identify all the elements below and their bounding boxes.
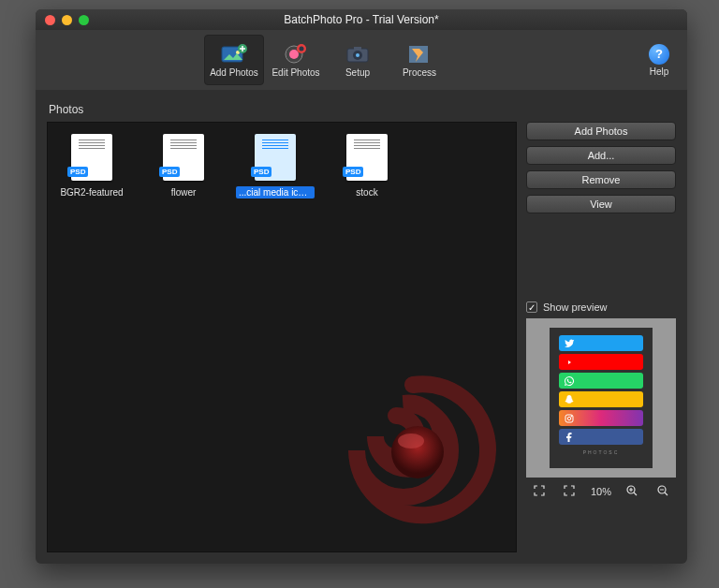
preview-pane: PHOTOSC: [526, 318, 676, 478]
main-toolbar: Add Photos Edit Photos Setup Process: [36, 30, 687, 90]
photos-panel-title: Photos: [47, 96, 517, 122]
titlebar: BatchPhoto Pro - Trial Version*: [36, 9, 687, 30]
app-window: BatchPhoto Pro - Trial Version* Add Phot…: [36, 9, 687, 564]
edit-photos-label: Edit Photos: [271, 67, 319, 78]
zoom-out-icon[interactable]: [653, 483, 672, 500]
edit-photos-tab[interactable]: Edit Photos: [266, 35, 326, 85]
add-button[interactable]: Add...: [526, 146, 676, 165]
whatsapp-stripe: [559, 373, 643, 389]
help-button[interactable]: ? Help: [640, 44, 678, 77]
traffic-lights: [36, 15, 89, 25]
add-photos-icon: [221, 43, 247, 66]
psd-thumbnail-icon: PSD: [163, 134, 204, 181]
process-tab[interactable]: Process: [389, 35, 449, 85]
zoom-window-icon[interactable]: [79, 15, 89, 25]
file-item[interactable]: PSD BGR2-featured: [59, 134, 125, 198]
zoom-in-icon[interactable]: [623, 483, 641, 500]
minimize-icon[interactable]: [62, 15, 72, 25]
remove-button[interactable]: Remove: [526, 170, 676, 189]
setup-tab[interactable]: Setup: [328, 35, 388, 85]
preview-watermark: PHOTOSC: [583, 449, 620, 455]
edit-photos-icon: [283, 43, 309, 66]
instagram-stripe: [559, 410, 643, 426]
file-name: flower: [169, 186, 199, 198]
process-label: Process: [403, 67, 436, 78]
process-icon: [406, 43, 433, 66]
svg-point-4: [289, 50, 299, 59]
snapchat-stripe: [559, 391, 643, 407]
twitter-stripe: [559, 335, 643, 351]
background-logo-icon: [329, 366, 497, 535]
fit-window-icon[interactable]: [530, 483, 549, 500]
close-icon[interactable]: [45, 15, 55, 25]
svg-point-12: [391, 426, 444, 478]
help-icon: ?: [649, 44, 669, 65]
zoom-bar: 10%: [526, 478, 676, 506]
psd-thumbnail-icon: PSD: [255, 134, 296, 181]
psd-thumbnail-icon: PSD: [346, 134, 388, 181]
file-item[interactable]: PSD ...cial media icons: [242, 134, 308, 198]
file-name: stock: [353, 186, 380, 198]
file-item[interactable]: PSD stock: [334, 134, 400, 198]
photo-grid[interactable]: PSD BGR2-featured PSD flower PSD ...cial…: [47, 122, 517, 552]
svg-point-15: [567, 417, 571, 420]
show-preview-label: Show preview: [543, 301, 607, 313]
fullscreen-icon[interactable]: [560, 483, 579, 500]
file-item[interactable]: PSD flower: [151, 134, 216, 198]
svg-point-9: [356, 53, 360, 57]
view-button[interactable]: View: [526, 195, 676, 213]
file-name: ...cial media icons: [236, 186, 315, 198]
add-photos-label: Add Photos: [210, 67, 258, 78]
youtube-stripe: [559, 354, 643, 370]
svg-point-6: [300, 46, 304, 51]
setup-label: Setup: [345, 67, 370, 78]
svg-point-13: [398, 434, 424, 448]
facebook-stripe: [559, 429, 643, 445]
svg-point-16: [571, 416, 572, 417]
zoom-percent: 10%: [591, 486, 611, 497]
window-title: BatchPhoto Pro - Trial Version*: [36, 13, 687, 26]
svg-rect-10: [354, 47, 361, 50]
add-photos-button[interactable]: Add Photos: [526, 122, 676, 140]
side-panel: Add Photos Add... Remove View ✓ Show pre…: [526, 96, 676, 552]
setup-icon: [345, 43, 371, 66]
psd-thumbnail-icon: PSD: [71, 134, 112, 181]
help-label: Help: [650, 66, 669, 77]
add-photos-tab[interactable]: Add Photos: [204, 35, 264, 85]
show-preview-checkbox[interactable]: ✓: [526, 301, 537, 313]
file-name: BGR2-featured: [57, 186, 125, 198]
